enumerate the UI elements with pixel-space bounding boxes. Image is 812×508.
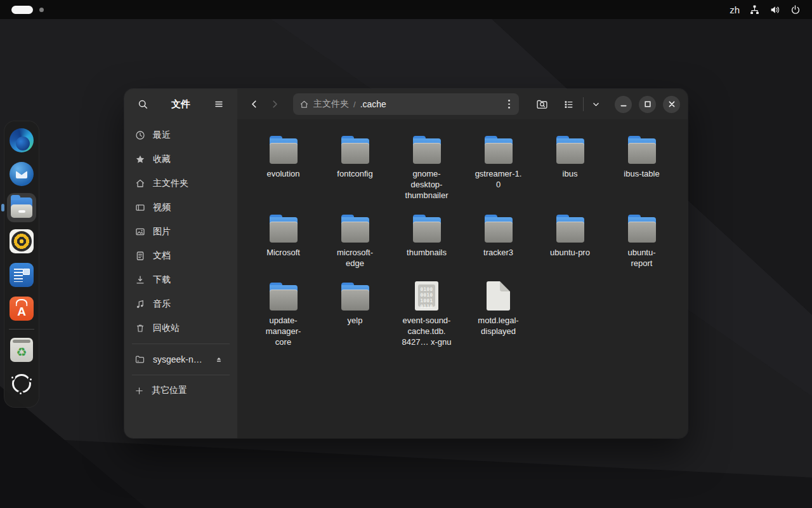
sidebar-item-home[interactable]: 主文件夹 — [128, 171, 233, 196]
home-icon — [299, 100, 309, 109]
path-segment-current[interactable]: .cache — [360, 99, 386, 109]
microsoft-edge-icon — [10, 128, 34, 152]
file-item[interactable]: 0100 0010 1001 0110 fontconfig — [319, 132, 391, 201]
path-segment-home[interactable]: 主文件夹 — [299, 98, 349, 110]
hamburger-menu-button[interactable] — [208, 93, 230, 115]
power-icon[interactable] — [790, 4, 801, 15]
file-item[interactable]: 0100 0010 1001 0110 gstreamer-1. 0 — [462, 132, 534, 201]
path-bar[interactable]: 主文件夹 / .cache — [293, 93, 519, 115]
plus-icon — [134, 386, 144, 396]
sidebar-nav: 最近 收藏 主文件夹 视频 图片 文档 — [124, 119, 237, 340]
path-separator: / — [353, 100, 356, 109]
path-menu-button[interactable] — [506, 97, 513, 111]
sidebar-item-trash[interactable]: 回收站 — [128, 316, 233, 340]
view-options-dropdown[interactable] — [587, 93, 604, 115]
sidebar-item-mount-sysgeek[interactable]: sysgeek-n… — [128, 347, 233, 371]
search-button[interactable] — [132, 93, 154, 115]
dock-item-thunderbird[interactable] — [7, 159, 36, 189]
minimize-button[interactable] — [615, 96, 632, 113]
home-icon — [134, 178, 145, 189]
folder-remote-icon — [134, 354, 145, 364]
file-name: ibus — [563, 168, 578, 179]
file-item[interactable]: 0100 0010 1001 0110 yelp — [319, 279, 391, 347]
file-item[interactable]: 0100 0010 1001 0110 ubuntu- report — [606, 211, 678, 269]
sidebar-separator — [132, 344, 230, 344]
file-item[interactable]: 0100 0010 1001 0110 motd.legal- displaye… — [462, 279, 534, 347]
search-everywhere-button[interactable] — [531, 93, 553, 115]
file-name: ubuntu- report — [627, 247, 655, 269]
sidebar-item-starred[interactable]: 收藏 — [128, 147, 233, 171]
file-item[interactable]: 0100 0010 1001 0110 thumbnails — [391, 211, 462, 269]
sidebar-item-label: 下载 — [153, 274, 171, 286]
recent-icon — [134, 130, 145, 140]
dock-item-trash[interactable]: ♻ — [7, 335, 36, 364]
file-item[interactable]: 0100 0010 1001 0110 ibus-table — [606, 132, 678, 201]
file-item[interactable]: 0100 0010 1001 0110 gnome- desktop- thum… — [391, 132, 462, 201]
list-view-button[interactable] — [558, 93, 579, 115]
network-wired-icon[interactable] — [749, 4, 760, 15]
app-center-icon: A — [10, 297, 34, 321]
documents-icon — [134, 251, 145, 261]
thunderbird-icon — [10, 162, 34, 186]
sidebar-item-videos[interactable]: 视频 — [128, 196, 233, 220]
dock-item-libreoffice-writer[interactable] — [7, 260, 36, 290]
file-item[interactable]: 0100 0010 1001 0110 update- manager- cor… — [247, 279, 319, 347]
pictures-icon — [134, 227, 145, 237]
file-grid[interactable]: 0100 0010 1001 0110 evolution 0100 0010 … — [237, 119, 688, 438]
view-separator — [583, 97, 584, 111]
folder-icon — [483, 215, 514, 243]
sidebar-item-music[interactable]: 音乐 — [128, 292, 233, 316]
folder-icon — [554, 215, 586, 243]
volume-icon[interactable] — [769, 4, 780, 15]
libreoffice-writer-icon — [10, 263, 34, 287]
workspace-active-pill[interactable] — [11, 6, 33, 14]
workspace-indicator[interactable] — [0, 6, 44, 14]
dock-item-files[interactable] — [7, 193, 36, 222]
files-icon — [10, 197, 34, 218]
folder-icon — [339, 215, 371, 243]
system-status-area[interactable]: zh — [730, 4, 812, 15]
folder-icon — [483, 136, 514, 164]
dock-item-app-center[interactable]: A — [7, 294, 36, 323]
file-item[interactable]: 0100 0010 1001 0110 Microsoft — [247, 211, 319, 269]
sidebar-item-other-locations[interactable]: 其它位置 — [128, 378, 233, 403]
file-item[interactable]: 0100 0010 1001 0110 event-sound- cache.t… — [391, 279, 462, 347]
eject-button[interactable] — [211, 351, 227, 368]
binary-file-icon: 0100 0010 1001 0110 — [415, 281, 438, 311]
sidebar: 文件 最近 收藏 主文件夹 视频 图 — [124, 89, 237, 438]
file-name: Microsoft — [266, 247, 300, 258]
close-button[interactable] — [663, 96, 680, 113]
dock-item-microsoft-edge[interactable] — [7, 126, 36, 155]
dock-separator — [9, 329, 34, 330]
other-locations-label: 其它位置 — [152, 385, 227, 396]
file-item[interactable]: 0100 0010 1001 0110 tracker3 — [462, 211, 534, 269]
dock-item-rhythmbox[interactable] — [7, 227, 36, 256]
input-language-indicator[interactable]: zh — [730, 4, 740, 15]
maximize-button[interactable] — [639, 96, 656, 113]
sidebar-item-documents[interactable]: 文档 — [128, 244, 233, 268]
ubuntu-logo-icon — [12, 374, 31, 393]
folder-icon — [339, 283, 371, 311]
sidebar-item-downloads[interactable]: 下载 — [128, 268, 233, 292]
file-name: ubuntu-pro — [550, 247, 590, 258]
downloads-icon — [134, 275, 145, 285]
dock-item-show-apps[interactable] — [7, 369, 36, 398]
back-button[interactable] — [245, 93, 264, 115]
sidebar-item-label: 视频 — [153, 202, 171, 213]
file-item[interactable]: 0100 0010 1001 0110 ubuntu-pro — [534, 211, 606, 269]
file-item[interactable]: 0100 0010 1001 0110 ibus — [534, 132, 606, 201]
sidebar-item-recent[interactable]: 最近 — [128, 123, 233, 147]
file-name: thumbnails — [407, 247, 447, 258]
mount-label: sysgeek-n… — [153, 354, 203, 364]
music-icon — [134, 299, 145, 309]
top-bar: zh — [0, 0, 812, 19]
sidebar-item-pictures[interactable]: 图片 — [128, 220, 233, 244]
sidebar-item-label: 主文件夹 — [153, 178, 188, 189]
file-item[interactable]: 0100 0010 1001 0110 evolution — [247, 132, 319, 201]
folder-icon — [554, 136, 586, 164]
file-name: gstreamer-1. 0 — [475, 168, 522, 190]
file-item[interactable]: 0100 0010 1001 0110 microsoft- edge — [319, 211, 391, 269]
workspace-dot[interactable] — [39, 8, 44, 12]
forward-button[interactable] — [265, 93, 284, 115]
file-name: yelp — [348, 315, 363, 326]
